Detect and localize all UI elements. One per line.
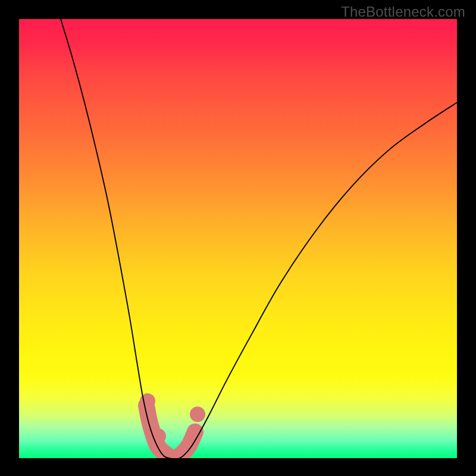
plot-area: [19, 19, 457, 458]
svg-point-2: [190, 406, 205, 422]
bottleneck-curve-line: [61, 19, 457, 458]
chart-frame: TheBottleneck.com: [0, 0, 476, 476]
watermark-text: TheBottleneck.com: [341, 4, 465, 20]
curve-svg: [19, 19, 457, 458]
